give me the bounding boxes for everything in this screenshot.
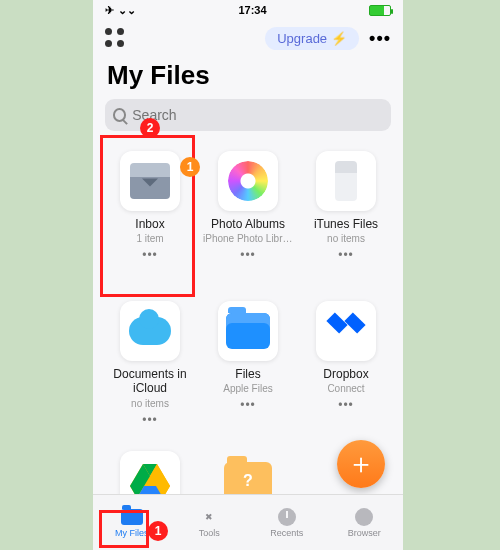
battery-icon xyxy=(369,5,391,16)
folder-icon xyxy=(121,509,143,525)
tile-files[interactable]: Files Apple Files ••• xyxy=(199,295,297,445)
tab-recents[interactable]: Recents xyxy=(248,495,326,550)
search-icon xyxy=(113,108,126,122)
clock-icon xyxy=(278,508,296,526)
itunes-icon xyxy=(335,161,357,201)
tile-itunes-files[interactable]: iTunes Files no items ••• xyxy=(297,145,395,295)
tab-browser[interactable]: Browser xyxy=(326,495,404,550)
airplane-icon: ✈︎ xyxy=(105,4,114,17)
status-bar: ✈︎ ⌄⌄ 17:34 xyxy=(93,0,403,20)
tile-more-icon[interactable]: ••• xyxy=(240,398,256,412)
files-grid: Inbox 1 item ••• Photo Albums iPhone Pho… xyxy=(93,141,403,550)
tile-more-icon[interactable]: ••• xyxy=(240,248,256,262)
google-drive-icon xyxy=(130,464,170,498)
tile-more-icon[interactable]: ••• xyxy=(338,248,354,262)
tab-bar: My Files ✖︎ Tools Recents Browser xyxy=(93,494,403,550)
tile-documents-icloud[interactable]: Documents in iCloud no items ••• xyxy=(101,295,199,445)
tile-more-icon[interactable]: ••• xyxy=(142,248,158,262)
top-bar: Upgrade ⚡ ••• xyxy=(93,20,403,56)
tile-more-icon[interactable]: ••• xyxy=(338,398,354,412)
dropbox-icon xyxy=(326,313,366,349)
tools-icon: ✖︎ xyxy=(198,508,220,526)
phone-frame: ✈︎ ⌄⌄ 17:34 Upgrade ⚡ ••• My Files Inbox… xyxy=(93,0,403,550)
icloud-icon xyxy=(129,317,171,345)
annotation-badge-tab-1: 1 xyxy=(148,521,168,541)
annotation-badge-1: 1 xyxy=(180,157,200,177)
page-title: My Files xyxy=(93,56,403,99)
add-button[interactable]: ＋ xyxy=(337,440,385,488)
more-menu-icon[interactable]: ••• xyxy=(369,28,391,49)
upgrade-button[interactable]: Upgrade ⚡ xyxy=(265,27,359,50)
files-icon xyxy=(226,313,270,349)
clock: 17:34 xyxy=(238,4,266,16)
tile-more-icon[interactable]: ••• xyxy=(142,413,158,427)
tile-photo-albums[interactable]: Photo Albums iPhone Photo Libra... ••• xyxy=(199,145,297,295)
inbox-icon xyxy=(130,163,170,199)
apps-grid-icon[interactable] xyxy=(105,28,125,48)
tab-tools[interactable]: ✖︎ Tools xyxy=(171,495,249,550)
compass-icon xyxy=(355,508,373,526)
annotation-badge-2: 2 xyxy=(140,118,160,138)
photos-icon xyxy=(228,161,268,201)
wifi-icon: ⌄⌄ xyxy=(118,4,136,17)
bolt-icon: ⚡ xyxy=(331,31,347,46)
tile-dropbox[interactable]: Dropbox Connect ••• xyxy=(297,295,395,445)
search-input[interactable] xyxy=(132,107,383,123)
